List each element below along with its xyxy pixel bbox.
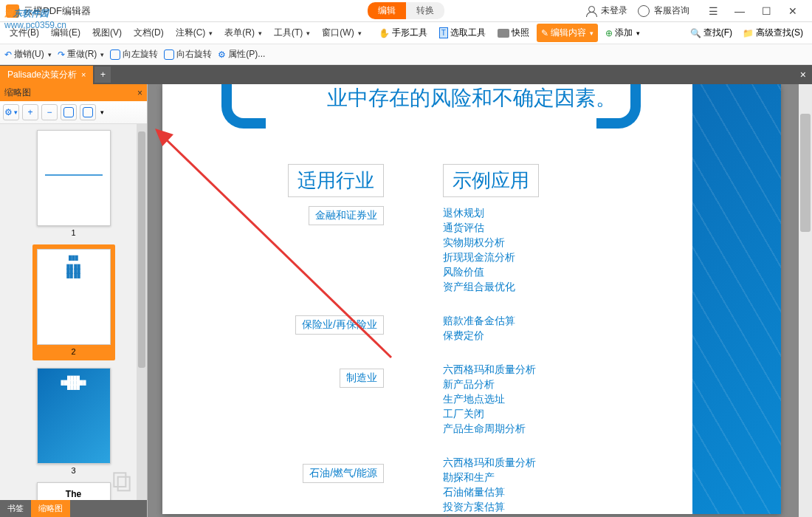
close-all-tabs-button[interactable]: × bbox=[794, 69, 812, 81]
page-headline: 业中存在的风险和不确定因素。 bbox=[192, 84, 751, 112]
application-item: 新产品分析 bbox=[443, 377, 539, 392]
close-tab-icon[interactable]: × bbox=[81, 70, 86, 79]
application-item: 退休规划 bbox=[443, 206, 539, 221]
smile-icon bbox=[638, 5, 650, 17]
copy-pages-icon bbox=[110, 469, 134, 493]
thumbnail-page[interactable]: ████████████████ bbox=[37, 368, 111, 464]
side-panel-title: 缩略图 bbox=[4, 86, 31, 99]
bookmarks-tab[interactable]: 书签 bbox=[0, 500, 31, 517]
annotation-arrow bbox=[148, 121, 399, 365]
side-panel: 缩略图 × ⚙▾ + − ▾ 1█████ ████ ████ ██2█████… bbox=[0, 84, 148, 517]
side-panel-close-icon[interactable]: × bbox=[137, 88, 142, 98]
document-tab-label: Palisade决策分析 bbox=[7, 69, 77, 81]
add-tool[interactable]: ⊕添加▾ bbox=[601, 24, 644, 42]
thumbnail-scrollbar[interactable] bbox=[137, 124, 147, 500]
menu-comment[interactable]: 注释(C)▾ bbox=[171, 24, 219, 42]
rotate-left-icon bbox=[110, 49, 120, 60]
properties-button[interactable]: ⚙属性(P)... bbox=[218, 48, 265, 61]
thumb-rotate-right-button[interactable] bbox=[80, 104, 96, 120]
menu-form[interactable]: 表单(R)▾ bbox=[219, 24, 267, 42]
rotate-right-button[interactable]: 向右旋转 bbox=[164, 48, 212, 61]
application-item: 生产地点选址 bbox=[443, 392, 539, 407]
watermark-logo: 河东软件园 www.pc0359.cn bbox=[4, 3, 66, 30]
application-item: 投资方案估算 bbox=[443, 500, 539, 515]
service-button[interactable]: 客服咨询 bbox=[638, 4, 689, 17]
undo-icon: ↶ bbox=[4, 49, 12, 60]
hand-tool[interactable]: ✋手形工具 bbox=[374, 24, 432, 42]
workspace: 缩略图 × ⚙▾ + − ▾ 1█████ ████ ████ ██2█████… bbox=[0, 84, 812, 517]
application-item: 赔款准备金估算 bbox=[443, 314, 539, 329]
thumbnail-toolbar: ⚙▾ + − ▾ bbox=[0, 101, 147, 124]
menu-window[interactable]: 窗口(W)▾ bbox=[317, 24, 366, 42]
undo-button[interactable]: ↶撤销(U)▾ bbox=[4, 48, 52, 61]
thumbnail-number: 2 bbox=[37, 347, 111, 356]
camera-icon bbox=[498, 29, 509, 38]
vertical-scrollbar[interactable] bbox=[799, 84, 812, 517]
search-icon: 🔍 bbox=[690, 28, 701, 38]
menu-view[interactable]: 视图(V) bbox=[87, 24, 127, 42]
document-tab[interactable]: Palisade决策分析 × bbox=[0, 66, 93, 84]
redo-icon: ↷ bbox=[58, 49, 65, 60]
side-tabs: 书签 缩略图 bbox=[0, 500, 147, 517]
edit-content-tool[interactable]: ✎编辑内容▾ bbox=[537, 24, 598, 42]
edit-mode-tab[interactable]: 编辑 bbox=[368, 2, 406, 19]
decorative-bracket-right bbox=[596, 84, 641, 129]
document-tabs: Palisade决策分析 × + × bbox=[0, 65, 812, 84]
thumbnail-page[interactable] bbox=[37, 130, 111, 226]
right-column-header: 示例应用 bbox=[443, 164, 539, 197]
login-button[interactable]: 未登录 bbox=[586, 4, 627, 17]
maximize-button[interactable]: ☐ bbox=[753, 1, 780, 21]
menu-icon[interactable]: ☰ bbox=[700, 1, 726, 21]
application-item: 风险价值 bbox=[443, 265, 539, 280]
menubar: 文件(B) 编辑(E) 视图(V) 文档(D) 注释(C)▾ 表单(R)▾ 工具… bbox=[0, 22, 812, 44]
rotate-left-button[interactable]: 向左旋转 bbox=[110, 48, 158, 61]
thumb-rotate-left-button[interactable] bbox=[61, 104, 77, 120]
svg-line-2 bbox=[162, 136, 391, 357]
industry-cell: 石油/燃气/能源 bbox=[303, 464, 384, 483]
convert-mode-tab[interactable]: 转换 bbox=[406, 2, 444, 19]
text-select-icon: T bbox=[439, 27, 448, 38]
thumbnail-page[interactable]: █████ ████ ████ ██ bbox=[37, 249, 111, 345]
thumb-options-button[interactable]: ⚙▾ bbox=[3, 104, 19, 120]
chevron-down-icon[interactable]: ▾ bbox=[100, 109, 104, 116]
side-panel-header: 缩略图 × bbox=[0, 84, 147, 101]
application-item: 六西格玛和质量分析 bbox=[443, 456, 539, 470]
application-item: 石油储量估算 bbox=[443, 485, 539, 500]
thumbnails-tab[interactable]: 缩略图 bbox=[31, 500, 70, 517]
thumbnail-page[interactable]: TheDecisionToolsSuite〰〰 bbox=[37, 482, 111, 500]
rotate-right-icon bbox=[164, 49, 174, 60]
find-button[interactable]: 🔍查找(F) bbox=[686, 24, 737, 42]
application-item: 工厂关闭 bbox=[443, 407, 539, 422]
application-item: 实物期权分析 bbox=[443, 236, 539, 250]
mode-tabs: 编辑 转换 bbox=[368, 2, 444, 19]
menu-doc[interactable]: 文档(D) bbox=[128, 24, 169, 42]
application-item: 通货评估 bbox=[443, 221, 539, 236]
close-button[interactable]: ✕ bbox=[780, 1, 806, 21]
application-item: 折现现金流分析 bbox=[443, 250, 539, 265]
application-item: 资产组合最优化 bbox=[443, 280, 539, 295]
application-item: 勘探和生产 bbox=[443, 470, 539, 485]
gear-icon: ⚙ bbox=[218, 49, 226, 60]
thumbnail-number: 1 bbox=[37, 228, 111, 237]
add-tab-button[interactable]: + bbox=[94, 66, 111, 83]
thumb-zoom-in-button[interactable]: + bbox=[22, 104, 38, 120]
redo-button[interactable]: ↷重做(R)▾ bbox=[58, 48, 105, 61]
edit-icon: ✎ bbox=[541, 28, 548, 38]
application-item: 六西格玛和质量分析 bbox=[443, 363, 539, 377]
minimize-button[interactable]: — bbox=[726, 1, 753, 21]
svg-rect-1 bbox=[118, 477, 130, 491]
scrollbar-thumb[interactable] bbox=[800, 114, 811, 232]
select-tool[interactable]: T选取工具 bbox=[435, 24, 490, 42]
snapshot-tool[interactable]: 快照 bbox=[493, 24, 534, 42]
person-icon bbox=[586, 6, 596, 16]
adv-find-button[interactable]: 📁高级查找(S) bbox=[738, 24, 808, 42]
add-icon: ⊕ bbox=[605, 28, 613, 38]
thumbnail-list[interactable]: 1█████ ████ ████ ██2████████████████3The… bbox=[0, 124, 147, 500]
decorative-blue-panel bbox=[692, 84, 781, 514]
menu-tools[interactable]: 工具(T)▾ bbox=[269, 24, 315, 42]
svg-rect-0 bbox=[114, 473, 125, 487]
canvas[interactable]: 业中存在的风险和不确定因素。 适用行业 金融和证券业保险业/再保险业制造业石油/… bbox=[148, 84, 812, 517]
thumb-zoom-out-button[interactable]: − bbox=[41, 104, 58, 120]
application-item: 产品生命周期分析 bbox=[443, 422, 539, 436]
thumbnail-number: 3 bbox=[37, 466, 111, 475]
